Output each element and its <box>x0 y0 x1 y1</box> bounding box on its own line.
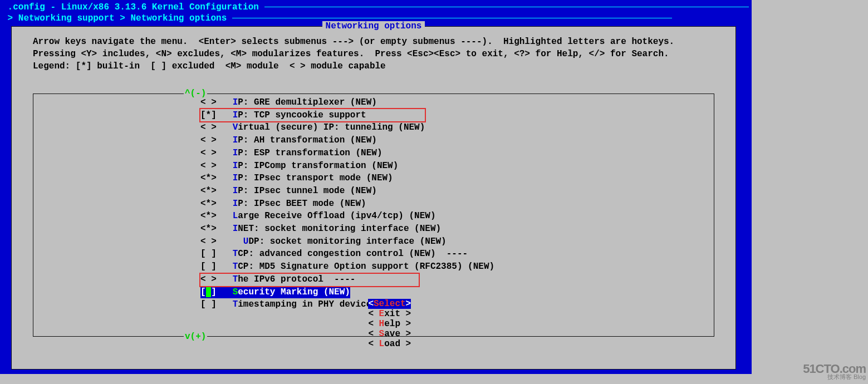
list-item[interactable]: <*> Large Receive Offload (ipv4/tcp) (NE… <box>200 210 714 223</box>
list-item[interactable]: < > IP: GRE demultiplexer (NEW) <box>200 96 714 109</box>
list-item[interactable]: < > The IPv6 protocol ---- <box>200 273 714 286</box>
list-item[interactable]: <*> INET: socket monitoring interface (N… <box>200 223 714 235</box>
dialog-frame: Networking options Arrow keys navigate t… <box>11 26 736 370</box>
button-bar: <Select> < Exit > < Help > < Save > < Lo… <box>12 289 735 359</box>
list-item[interactable]: [ ] TCP: advanced congestion control (NE… <box>200 248 714 260</box>
list-item[interactable]: <*> IP: IPsec transport mode (NEW) <box>200 172 714 185</box>
list-item[interactable]: < > UDP: socket monitoring interface (NE… <box>200 235 714 248</box>
list-item[interactable]: [ ] TCP: MD5 Signature Option support (R… <box>200 260 714 273</box>
select-button[interactable]: <Select> <box>368 299 411 309</box>
help-button[interactable]: < Help > <box>368 319 411 329</box>
list-item[interactable]: <*> IP: IPsec tunnel mode (NEW) <box>200 185 714 198</box>
exit-button[interactable]: < Exit > <box>368 309 411 319</box>
dialog-title: Networking options <box>322 21 425 31</box>
list-item[interactable]: < > Virtual (secure) IP: tunneling (NEW) <box>200 121 714 134</box>
list-item[interactable]: <*> IP: IPsec BEET mode (NEW) <box>200 198 714 210</box>
list-item[interactable]: < > IP: IPComp transformation (NEW) <box>200 160 714 173</box>
dialog-help-text: Arrow keys navigate the menu. <Enter> se… <box>33 36 714 72</box>
list-item[interactable]: < > IP: AH transformation (NEW) <box>200 134 714 147</box>
list-item[interactable]: [*] IP: TCP syncookie support <box>200 109 714 122</box>
window-title: .config - Linux/x86 3.13.6 Kernel Config… <box>2 2 749 13</box>
list-item[interactable]: < > IP: ESP transformation (NEW) <box>200 147 714 160</box>
load-button[interactable]: < Load > <box>368 339 411 349</box>
watermark: 51CTO.com 技术博客 Blog <box>803 365 866 381</box>
save-button[interactable]: < Save > <box>368 329 411 339</box>
